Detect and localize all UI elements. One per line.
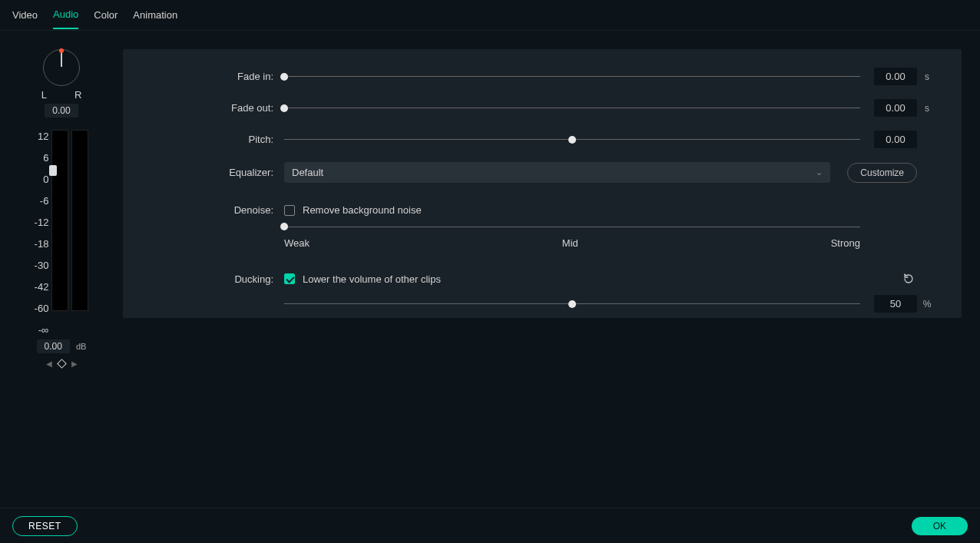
denoise-check-label: Remove background noise [303, 204, 422, 216]
denoise-mid-label: Mid [562, 237, 578, 249]
pan-needle [61, 53, 62, 67]
keyframe-next-icon[interactable]: ▶ [71, 359, 78, 368]
tab-audio[interactable]: Audio [53, 1, 78, 29]
pitch-slider[interactable] [284, 134, 860, 146]
volume-value[interactable]: 0.00 [37, 339, 70, 353]
pan-value[interactable]: 0.00 [45, 104, 78, 118]
equalizer-label: Equalizer: [123, 167, 284, 178]
ducking-checkbox[interactable] [284, 273, 295, 284]
fadeout-slider[interactable] [284, 102, 860, 114]
ducking-label: Ducking: [123, 273, 284, 285]
customize-button[interactable]: Customize [847, 163, 917, 183]
pitch-value[interactable] [874, 131, 917, 148]
fadein-unit: s [920, 71, 934, 82]
tab-video[interactable]: Video [12, 2, 38, 28]
keyframe-prev-icon[interactable]: ◀ [46, 359, 52, 368]
pan-label-left: L [41, 89, 47, 101]
fadeout-value[interactable] [874, 99, 917, 117]
denoise-label: Denoise: [123, 204, 284, 216]
pitch-label: Pitch: [123, 134, 284, 145]
volume-unit: dB [76, 342, 86, 351]
ducking-slider[interactable] [284, 298, 860, 310]
volume-meter-right [71, 130, 88, 311]
fadein-slider[interactable] [284, 71, 860, 83]
denoise-slider[interactable] [284, 220, 860, 233]
audio-settings-panel: Fade in: s Fade out: s Pitch: Equalizer:… [123, 49, 962, 318]
ducking-value[interactable] [874, 295, 917, 313]
pan-label-right: R [74, 89, 81, 101]
fadein-label: Fade in: [123, 71, 284, 82]
equalizer-selected: Default [292, 167, 323, 178]
top-tabs: Video Audio Color Animation [0, 0, 980, 31]
denoise-strong-label: Strong [831, 237, 860, 249]
fadein-value[interactable] [874, 68, 917, 85]
reset-button[interactable]: RESET [12, 516, 78, 536]
fadeout-label: Fade out: [123, 102, 284, 114]
equalizer-select[interactable]: Default ⌄ [284, 162, 830, 183]
pan-knob[interactable] [43, 49, 80, 86]
denoise-weak-label: Weak [284, 237, 310, 249]
footer-bar: RESET OK [0, 508, 980, 543]
chevron-down-icon: ⌄ [816, 167, 823, 177]
volume-slider-thumb[interactable] [49, 165, 57, 176]
tab-color[interactable]: Color [94, 2, 118, 28]
ok-button[interactable]: OK [912, 517, 968, 535]
ducking-reset-icon[interactable] [900, 270, 917, 287]
volume-meter-left [51, 130, 68, 311]
audio-sidebar: L R 0.00 1260-6-12-18-30-42-60-∞ 0.00 dB… [0, 31, 123, 508]
denoise-checkbox[interactable] [284, 205, 295, 216]
ducking-unit: % [920, 299, 934, 310]
meter-scale: 1260-6-12-18-30-42-60-∞ [35, 130, 49, 335]
keyframe-add-icon[interactable] [57, 359, 67, 369]
fadeout-unit: s [920, 103, 934, 114]
ducking-check-label: Lower the volume of other clips [303, 273, 441, 285]
tab-animation[interactable]: Animation [133, 2, 177, 28]
